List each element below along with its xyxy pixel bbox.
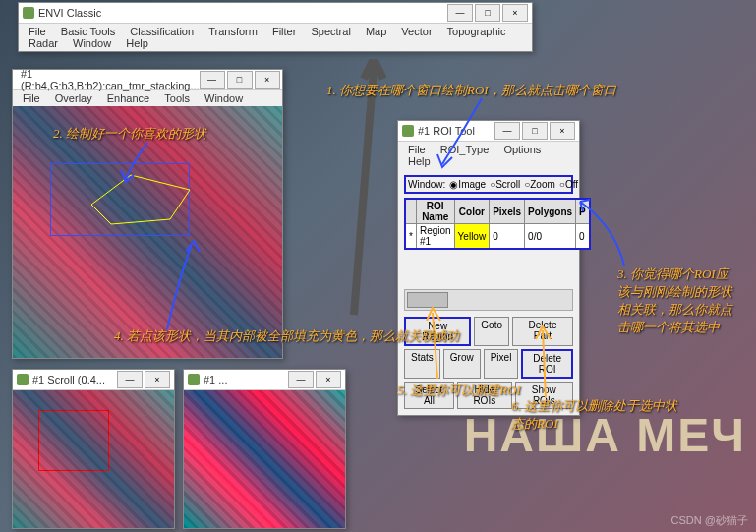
pixel-button[interactable]: Pixel bbox=[484, 349, 519, 379]
envi-icon bbox=[17, 374, 29, 385]
menu-enhance[interactable]: Enhance bbox=[101, 90, 155, 106]
svg-marker-0 bbox=[91, 175, 190, 224]
menu-tools[interactable]: Tools bbox=[158, 90, 196, 106]
close-button[interactable]: × bbox=[502, 4, 528, 22]
menu-filter[interactable]: Filter bbox=[266, 24, 302, 39]
image-menubar: File Overlay Enhance Tools Window bbox=[13, 90, 282, 106]
envi-icon bbox=[188, 374, 200, 385]
col-mark bbox=[405, 199, 416, 224]
roi-table: ROI Name Color Pixels Polygons P * Regio… bbox=[404, 198, 591, 250]
image-canvas[interactable] bbox=[13, 106, 282, 358]
menu-spectral[interactable]: Spectral bbox=[305, 24, 356, 39]
window-label: Window: bbox=[408, 179, 445, 190]
delete-roi-button[interactable]: Delete ROI bbox=[521, 349, 573, 379]
minimize-button[interactable]: — bbox=[288, 371, 314, 388]
annotation-5: 5. 这里你可以新建ROI bbox=[397, 382, 521, 399]
maximize-button[interactable]: □ bbox=[522, 122, 548, 140]
col-color: Color bbox=[454, 199, 490, 224]
maximize-button[interactable]: □ bbox=[227, 71, 253, 89]
envi-title: ENVI Classic bbox=[38, 7, 447, 19]
cell-mark: * bbox=[405, 224, 416, 250]
close-button[interactable]: × bbox=[255, 71, 280, 89]
stats-button[interactable]: Stats bbox=[404, 349, 440, 379]
envi-icon bbox=[23, 7, 34, 19]
menu-file[interactable]: File bbox=[17, 90, 46, 106]
annotation-4: 4. 若点该形状，当其内部被全部填充为黄色，那么就关联成功 bbox=[114, 327, 459, 345]
menu-transform[interactable]: Transform bbox=[203, 24, 263, 39]
menu-map[interactable]: Map bbox=[360, 24, 392, 39]
image-window: #1 (R:b4,G:b3,B:b2):can_tmr_stacking... … bbox=[12, 69, 283, 359]
menu-radar[interactable]: Radar bbox=[23, 35, 64, 51]
radio-scroll[interactable]: ○Scroll bbox=[490, 179, 520, 190]
minimize-button[interactable]: — bbox=[200, 71, 225, 89]
annotation-1: 1. 你想要在哪个窗口绘制ROI，那么就点击哪个窗口 bbox=[326, 82, 616, 99]
menu-roi-type[interactable]: ROI_Type bbox=[435, 142, 495, 157]
close-button[interactable]: × bbox=[550, 122, 575, 140]
grow-button[interactable]: Grow bbox=[443, 349, 481, 379]
cell-polygons: 0/0 bbox=[525, 224, 576, 250]
roi-title: #1 ROI Tool bbox=[418, 125, 494, 137]
delete-part-button[interactable]: Delete Part bbox=[512, 317, 573, 346]
menu-vector[interactable]: Vector bbox=[395, 24, 437, 39]
zoom-window-title: #1 ... bbox=[204, 374, 288, 385]
scroll-viewport-box[interactable] bbox=[38, 410, 109, 471]
maximize-button[interactable]: □ bbox=[475, 4, 500, 22]
annotation-2: 2. 绘制好一个你喜欢的形状 bbox=[53, 125, 206, 143]
annotation-6: 6. 这里你可以删除处于选中状态的ROI bbox=[511, 397, 678, 433]
menu-help[interactable]: Help bbox=[120, 35, 154, 51]
annotation-3: 3. 你觉得哪个ROI应该与刚刚绘制的形状相关联，那么你就点击哪一个将其选中 bbox=[617, 266, 735, 336]
minimize-button[interactable]: — bbox=[447, 4, 473, 22]
roi-scrollbar[interactable] bbox=[404, 289, 573, 311]
scroll-window-title: #1 Scroll (0.4... bbox=[32, 374, 117, 385]
cell-p: 0 bbox=[576, 224, 590, 250]
cell-pixels: 0 bbox=[490, 224, 525, 250]
cell-color[interactable]: Yellow bbox=[454, 224, 490, 250]
radio-zoom[interactable]: ○Zoom bbox=[524, 179, 555, 190]
zoom-window: #1 ... — × bbox=[183, 369, 346, 529]
menu-overlay[interactable]: Overlay bbox=[49, 90, 98, 106]
envi-main-window: ENVI Classic — □ × File Basic Tools Clas… bbox=[18, 2, 533, 52]
col-p: P bbox=[576, 199, 590, 224]
close-button[interactable]: × bbox=[145, 371, 170, 388]
roi-window-selector: Window: ◉Image ○Scroll ○Zoom ○Off bbox=[404, 175, 573, 194]
col-pixels: Pixels bbox=[490, 199, 525, 224]
col-roi-name: ROI Name bbox=[416, 199, 454, 224]
radio-off[interactable]: ○Off bbox=[559, 179, 578, 190]
close-button[interactable]: × bbox=[316, 371, 341, 388]
menu-options[interactable]: Options bbox=[497, 142, 547, 157]
image-window-title: #1 (R:b4,G:b3,B:b2):can_tmr_stacking... bbox=[21, 68, 200, 91]
watermark: CSDN @砂猫子 bbox=[671, 513, 748, 528]
col-polygons: Polygons bbox=[525, 199, 576, 224]
minimize-button[interactable]: — bbox=[494, 122, 520, 140]
roi-menubar: File ROI_Type Options Help bbox=[398, 142, 579, 169]
menu-help[interactable]: Help bbox=[402, 153, 436, 169]
envi-icon bbox=[402, 125, 414, 137]
goto-button[interactable]: Goto bbox=[474, 317, 509, 346]
menu-window[interactable]: Window bbox=[67, 35, 117, 51]
zoom-canvas[interactable] bbox=[184, 390, 345, 528]
cell-name[interactable]: Region #1 bbox=[416, 224, 454, 250]
menu-topographic[interactable]: Topographic bbox=[441, 24, 512, 39]
minimize-button[interactable]: — bbox=[117, 371, 143, 388]
envi-menubar: File Basic Tools Classification Transfor… bbox=[19, 24, 532, 51]
roi-tool-window: #1 ROI Tool — □ × File ROI_Type Options … bbox=[397, 120, 580, 416]
menu-window[interactable]: Window bbox=[199, 90, 249, 106]
scroll-canvas[interactable] bbox=[13, 390, 174, 528]
radio-image[interactable]: ◉Image bbox=[449, 179, 486, 190]
scroll-window: #1 Scroll (0.4... — × bbox=[12, 369, 175, 529]
roi-row[interactable]: * Region #1 Yellow 0 0/0 0 bbox=[405, 224, 590, 250]
